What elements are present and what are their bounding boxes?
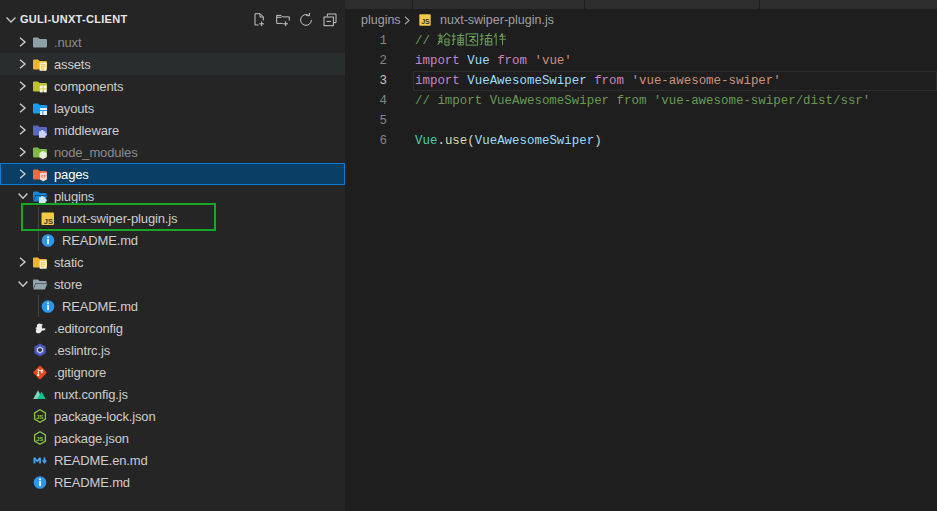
svg-text:JS: JS xyxy=(36,435,44,442)
svg-text:JS: JS xyxy=(421,18,430,25)
svg-text:JS: JS xyxy=(36,413,44,420)
